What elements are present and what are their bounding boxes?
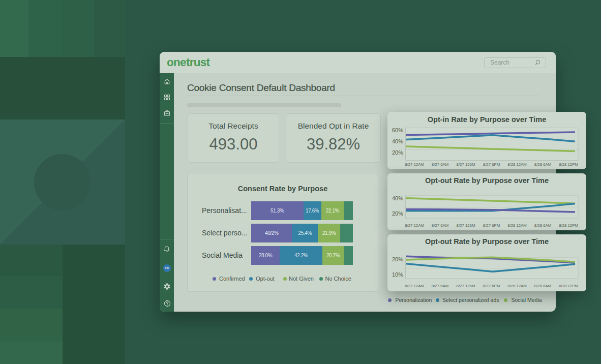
svg-text:8/27 126M: 8/27 126M: [457, 223, 475, 228]
svg-text:20%: 20%: [392, 149, 403, 156]
svg-text:8/28 6AM: 8/28 6AM: [534, 284, 551, 288]
svg-text:10%: 10%: [392, 271, 403, 278]
svg-text:8/27 6PM: 8/27 6PM: [483, 223, 500, 228]
svg-text:8/28 12AM: 8/28 12AM: [507, 162, 527, 167]
svg-text:8/27 6PM: 8/27 6PM: [483, 162, 500, 167]
svg-text:60%: 60%: [392, 127, 403, 133]
svg-text:8/28 12PM: 8/28 12PM: [559, 284, 578, 288]
svg-text:20%: 20%: [392, 256, 403, 262]
svg-text:8/28 6AM: 8/28 6AM: [534, 162, 551, 167]
svg-text:8/27 6PM: 8/27 6PM: [483, 284, 500, 288]
svg-text:8/27 6AM: 8/27 6AM: [432, 223, 448, 228]
svg-text:20%: 20%: [392, 210, 403, 217]
svg-text:8/27 126M: 8/27 126M: [457, 284, 475, 288]
svg-text:8/27 6AM: 8/27 6AM: [432, 162, 448, 167]
svg-text:8/27 12AM: 8/27 12AM: [405, 284, 424, 288]
svg-text:40%: 40%: [392, 195, 403, 201]
svg-text:8/27 12AM: 8/27 12AM: [405, 162, 424, 167]
svg-text:8/27 12AM: 8/27 12AM: [405, 223, 424, 228]
svg-text:8/28 12PM: 8/28 12PM: [559, 162, 578, 167]
svg-text:8/27 6AM: 8/27 6AM: [432, 284, 448, 288]
svg-text:40%: 40%: [392, 138, 403, 144]
svg-text:8/28 12AM: 8/28 12AM: [507, 284, 527, 288]
svg-text:8/28 12PM: 8/28 12PM: [559, 223, 578, 228]
svg-text:8/27 126M: 8/27 126M: [457, 162, 475, 167]
svg-text:8/28 12AM: 8/28 12AM: [507, 223, 527, 228]
svg-text:8/28 6AM: 8/28 6AM: [534, 223, 551, 228]
